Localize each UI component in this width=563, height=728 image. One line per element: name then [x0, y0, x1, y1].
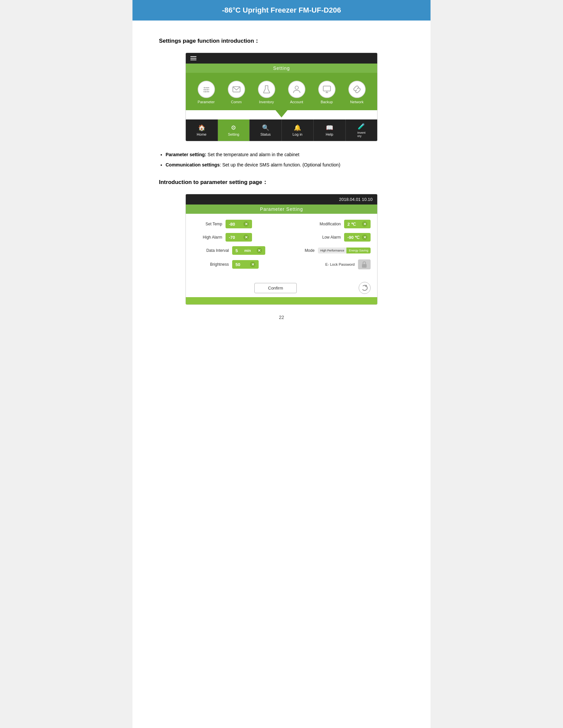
settings-section-title: Settings page function introduction： [159, 37, 404, 45]
settings-panel: Setting [185, 53, 378, 141]
svg-point-3 [204, 87, 205, 89]
svg-point-8 [295, 86, 299, 89]
high-alarm-x[interactable]: ✕ [243, 235, 249, 240]
backup-label: Backup [321, 100, 333, 104]
svg-rect-12 [362, 264, 367, 268]
set-temp-x[interactable]: ✕ [243, 221, 249, 227]
bullet-list: Parameter setting: Set the temperature a… [165, 151, 404, 168]
nav-setting-label: Setting [228, 132, 239, 136]
param-footer [186, 297, 377, 304]
help-icon: 📖 [326, 124, 333, 131]
settings-title-bar: Setting [186, 64, 377, 73]
settings-topbar [186, 53, 377, 64]
bullet-parameter-bold: Parameter setting: [165, 152, 206, 157]
nav-help-label: Help [326, 132, 333, 136]
nav-inventory-label: Inventory [357, 131, 366, 138]
param-body: Set Temp -80 ✕ Modification 2 ℃ ✕ High [186, 214, 377, 279]
inventory-label: Inventory [259, 100, 274, 104]
param-topbar: 2018.04.01 10.10 [186, 194, 377, 205]
inventory-nav-icon: 🧪 [358, 123, 365, 130]
settings-icon-backup[interactable]: Backup [318, 81, 336, 104]
nav-status-label: Status [260, 132, 270, 136]
set-temp-field[interactable]: -80 ✕ [225, 220, 252, 228]
bullet-parameter-text: Set the temperature and alarm in the cab… [206, 152, 300, 157]
mode-toggle[interactable]: High Performance Energy Saving [318, 248, 371, 254]
high-alarm-field[interactable]: -70 ✕ [225, 233, 252, 242]
nav-setting[interactable]: ⚙ Setting [218, 119, 250, 141]
inventory-icon-circle [258, 81, 275, 98]
network-icon-circle [349, 81, 366, 98]
elock-label: E- Lock Password [315, 262, 355, 266]
settings-icon-comm[interactable]: Comm [228, 81, 245, 104]
confirm-button[interactable]: Confirm [254, 283, 297, 293]
low-alarm-field[interactable]: -90 ℃ ✕ [344, 233, 371, 242]
svg-point-5 [204, 91, 206, 93]
confirm-row: Confirm [186, 279, 377, 297]
param-row-1: Set Temp -80 ✕ Modification 2 ℃ ✕ [192, 220, 371, 228]
param-row-3: Data Interval 5 min ✕ Mode High Performa… [192, 246, 371, 255]
param-title-bar: Parameter Setting [186, 205, 377, 214]
bullet-parameter: Parameter setting: Set the temperature a… [165, 151, 404, 158]
data-interval-x[interactable]: ✕ [257, 248, 262, 253]
brightness-label: Brightness [192, 262, 229, 267]
parameter-label: Parameter [198, 100, 214, 104]
mode-label: Mode [285, 248, 315, 253]
data-interval-field[interactable]: 5 min ✕ [232, 246, 265, 255]
bullet-comm: Communication settings: Set up the devic… [165, 161, 404, 168]
low-alarm-x[interactable]: ✕ [362, 235, 367, 240]
nav-help[interactable]: 📖 Help [314, 119, 346, 141]
comm-label: Comm [231, 100, 241, 104]
settings-icon-account[interactable]: Account [288, 81, 305, 104]
settings-icon-network[interactable]: Network [349, 81, 366, 104]
page-header: -86°C Upright Freezer FM-UF-D206 [132, 0, 431, 21]
nav-login[interactable]: 🔔 Log in [282, 119, 314, 141]
low-alarm-label: Low Alarm [311, 235, 341, 240]
home-icon: 🏠 [198, 124, 205, 131]
backup-icon-circle [318, 81, 336, 98]
nav-bar: 🏠 Home ⚙ Setting 🔍 Status 🔔 Log in 📖 [186, 119, 377, 141]
hamburger-icon[interactable] [190, 56, 196, 60]
account-label: Account [290, 100, 304, 104]
set-temp-label: Set Temp [192, 222, 222, 226]
page: -86°C Upright Freezer FM-UF-D206 Setting… [132, 0, 431, 728]
modification-x[interactable]: ✕ [362, 221, 367, 227]
settings-icon-parameter[interactable]: Parameter [198, 81, 215, 104]
data-interval-unit: min [244, 249, 251, 252]
param-section-title: Introduction to parameter setting page： [159, 178, 404, 186]
nav-inventory[interactable]: 🧪 Inventory [346, 119, 378, 141]
parameter-icon-circle [198, 81, 215, 98]
mode-energy-saving[interactable]: Energy Saving [347, 248, 371, 254]
page-title: -86°C Upright Freezer FM-UF-D206 [222, 6, 341, 14]
bullet-comm-text: : Set up the device SMS alarm function. … [219, 162, 340, 167]
param-datetime: 2018.04.01 10.10 [339, 197, 373, 202]
high-alarm-label: High Alarm [192, 235, 222, 240]
dropdown-arrow [186, 110, 377, 119]
settings-icon-inventory[interactable]: Inventory [258, 81, 275, 104]
brightness-x[interactable]: ✕ [250, 262, 255, 267]
nav-login-label: Log in [293, 132, 303, 136]
brightness-field[interactable]: 50 ✕ [232, 260, 258, 269]
data-interval-label: Data Interval [192, 248, 229, 253]
modification-label: Modification [311, 222, 341, 226]
param-row-2: High Alarm -70 ✕ Low Alarm -90 ℃ ✕ [192, 233, 371, 242]
bullet-comm-bold: Communication settings [165, 162, 219, 167]
modification-field[interactable]: 2 ℃ ✕ [344, 220, 371, 228]
param-panel: 2018.04.01 10.10 Parameter Setting Set T… [185, 194, 378, 305]
elock-icon-box[interactable] [358, 259, 371, 269]
network-label: Network [350, 100, 363, 104]
refresh-button[interactable] [359, 282, 371, 294]
mode-high-performance[interactable]: High Performance [318, 248, 347, 254]
param-row-4: Brightness 50 ✕ E- Lock Password [192, 259, 371, 269]
page-number: 22 [159, 315, 404, 333]
svg-point-4 [206, 89, 208, 91]
nav-home-label: Home [197, 132, 206, 136]
settings-icons-area: Parameter Comm [186, 73, 377, 111]
nav-status[interactable]: 🔍 Status [250, 119, 282, 141]
svg-rect-9 [323, 86, 331, 91]
setting-icon: ⚙ [231, 124, 236, 131]
nav-home[interactable]: 🏠 Home [186, 119, 218, 141]
account-icon-circle [288, 81, 305, 98]
login-icon: 🔔 [294, 124, 301, 131]
status-icon: 🔍 [262, 124, 269, 131]
comm-icon-circle [228, 81, 245, 98]
